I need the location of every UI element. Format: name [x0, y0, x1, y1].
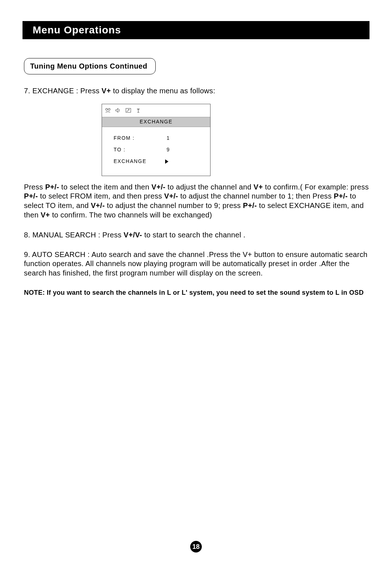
- menu-row-from: FROM : 1: [114, 135, 200, 142]
- menu-icon-row: [102, 104, 210, 117]
- text: to adjust the channel and: [166, 183, 254, 191]
- key: P+/-: [243, 201, 257, 209]
- key: P+/-: [24, 192, 38, 200]
- picture-icon: [105, 106, 111, 116]
- note-text: NOTE: If you want to search the channels…: [24, 288, 369, 297]
- page-header: Menu Operations: [23, 21, 369, 39]
- menu-value: 9: [167, 147, 170, 153]
- key: V+: [41, 211, 50, 219]
- svg-point-0: [106, 108, 107, 110]
- text: to select FROM item, and then press: [38, 192, 164, 200]
- text: 7. EXCHANGE : Press: [24, 87, 102, 95]
- menu-label: TO :: [114, 147, 167, 153]
- screen-icon: [125, 106, 132, 116]
- key: V+/-: [91, 201, 105, 209]
- key: P+/-: [45, 183, 59, 191]
- text: to display the menu as follows:: [111, 87, 215, 95]
- sound-icon: [115, 106, 122, 116]
- key: V+/V-: [124, 231, 142, 239]
- menu-body: FROM : 1 TO : 9 EXCHANGE: [102, 127, 210, 176]
- text: to adjust the channel number to 9; press: [105, 201, 243, 209]
- text: 8. MANUAL SEARCH : Press: [24, 231, 124, 239]
- menu-row-exchange: EXCHANGE: [114, 158, 200, 165]
- menu-row-to: TO : 9: [114, 147, 200, 153]
- menu-label: EXCHANGE: [114, 158, 167, 165]
- text: to confirm.( For example: press: [263, 183, 369, 191]
- menu-label: FROM :: [114, 135, 167, 142]
- text: to adjust the channel number to 1; then …: [178, 192, 334, 200]
- svg-point-1: [108, 108, 110, 110]
- key: V+: [254, 183, 263, 191]
- menu-value: 1: [167, 135, 170, 142]
- content-area: 7. EXCHANGE : Press V+ to display the me…: [24, 86, 369, 297]
- item-8: 8. MANUAL SEARCH : Press V+/V- to start …: [24, 231, 369, 240]
- key: V+/-: [151, 183, 165, 191]
- arrow-right-icon: [167, 158, 168, 165]
- item-7-explanation: Press P+/- to select the item and then V…: [24, 183, 369, 220]
- text: to confirm. The two channels will be exc…: [50, 211, 212, 219]
- item-7-intro: 7. EXCHANGE : Press V+ to display the me…: [24, 86, 369, 96]
- key: P+/-: [334, 192, 348, 200]
- text: to start to search the channel .: [142, 231, 246, 239]
- text: Press: [24, 183, 45, 191]
- text: to select the item and then: [59, 183, 151, 191]
- menu-title: EXCHANGE: [102, 117, 210, 127]
- key: V+/-: [164, 192, 178, 200]
- key-vplus: V+: [102, 87, 111, 95]
- section-label: Tuning Menu Options Continued: [24, 58, 156, 74]
- exchange-menu-screenshot: EXCHANGE FROM : 1 TO : 9 EXCHANGE: [102, 104, 211, 176]
- tuning-icon: [135, 106, 142, 116]
- item-9: 9. AUTO SEARCH : Auto search and save th…: [24, 250, 369, 278]
- page-number-badge: 18: [190, 541, 202, 552]
